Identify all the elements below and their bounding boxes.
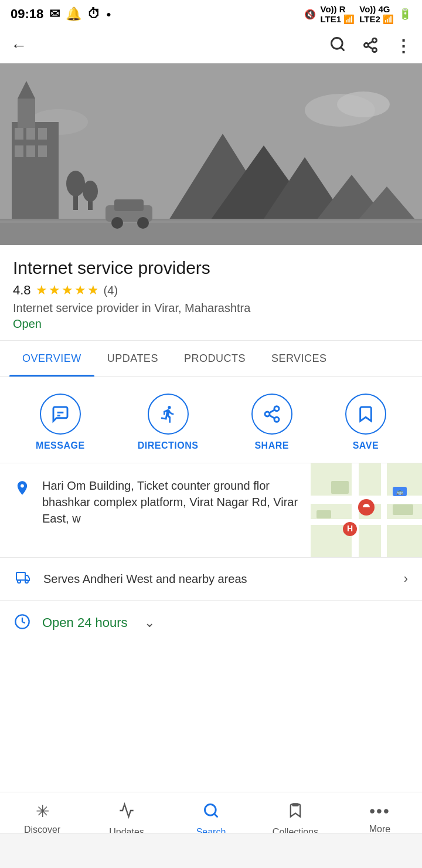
mute-icon: 🔇 [304, 9, 316, 20]
discover-icon: ✳ [36, 802, 49, 821]
save-button[interactable]: SAVE [345, 394, 386, 451]
svg-rect-14 [38, 128, 47, 140]
dot-icon: ● [106, 9, 111, 19]
save-label: SAVE [353, 440, 379, 451]
address-text: Hari Om Building, Ticket counter ground … [42, 477, 301, 527]
address-section: Hari Om Building, Ticket counter ground … [0, 463, 422, 558]
svg-rect-13 [26, 128, 35, 140]
clock-hours-icon [14, 613, 30, 632]
svg-rect-48 [393, 504, 413, 515]
service-chevron-icon: › [404, 571, 408, 586]
svg-point-37 [274, 406, 279, 411]
hours-chevron-icon: ⌄ [144, 615, 155, 630]
business-name: Internet service providers [13, 258, 409, 278]
truck-icon [14, 571, 32, 587]
back-button[interactable]: ← [11, 36, 27, 55]
tab-overview[interactable]: OVERVIEW [9, 341, 94, 377]
message-icon [51, 405, 70, 423]
message-button[interactable]: MESSAGE [36, 394, 85, 451]
tab-updates[interactable]: UPDATES [94, 341, 171, 377]
signal-icon: Vo)) RLTE1 📶 [321, 4, 355, 25]
svg-point-39 [274, 417, 279, 422]
svg-point-58 [18, 580, 21, 583]
directions-icon [159, 405, 178, 423]
svg-rect-32 [114, 199, 144, 211]
business-info: Internet service providers 4.8 ★ ★ ★ ★ ★… [0, 245, 422, 341]
mail-icon: ✉ [49, 6, 60, 22]
svg-rect-49 [316, 510, 331, 518]
svg-line-62 [214, 813, 217, 816]
svg-point-59 [25, 580, 28, 583]
search-button[interactable] [329, 36, 346, 56]
svg-point-34 [137, 217, 149, 229]
battery-icon: 🔋 [399, 8, 411, 21]
svg-rect-44 [311, 519, 422, 525]
svg-line-5 [368, 46, 373, 49]
svg-line-1 [341, 47, 343, 50]
message-label: MESSAGE [36, 440, 85, 451]
share-circle [251, 394, 292, 435]
svg-text:🚌: 🚌 [396, 488, 404, 496]
svg-rect-17 [38, 145, 47, 157]
svg-text:H: H [347, 524, 353, 533]
message-circle [40, 394, 81, 435]
stars-display: ★ ★ ★ ★ ★★ [36, 283, 99, 298]
time-display: 09:18 [11, 6, 43, 22]
more-icon: ••• [369, 802, 390, 820]
status-bar: 09:18 ✉ 🔔 ⏱ ● 🔇 Vo)) RLTE1 📶 Vo)) 4GLTE2… [0, 0, 422, 28]
service-area-row[interactable]: Serves Andheri West and nearby areas › [0, 558, 422, 601]
share-action-icon [263, 405, 281, 423]
svg-point-38 [265, 412, 270, 416]
system-nav-bar [0, 833, 422, 868]
tab-services[interactable]: SERVICES [258, 341, 340, 377]
hours-status: Open 24 hours [42, 615, 128, 630]
star-5: ★★ [87, 283, 99, 298]
hero-image [0, 63, 422, 245]
svg-rect-18 [18, 99, 35, 128]
save-icon [356, 405, 375, 423]
notification-icon: 🔔 [66, 6, 81, 22]
svg-line-41 [269, 410, 274, 413]
nav-search[interactable]: Search [169, 799, 253, 838]
nav-updates[interactable]: Updates [84, 799, 169, 838]
share-button[interactable] [362, 37, 379, 55]
clock-icon: ⏱ [87, 6, 100, 22]
nav-collections[interactable]: Collections [253, 799, 338, 838]
directions-button[interactable]: DIRECTIONS [138, 394, 199, 451]
svg-rect-47 [331, 481, 349, 494]
business-category: Internet service provider in Virar, Maha… [13, 301, 409, 315]
location-icon [14, 480, 30, 499]
svg-rect-30 [0, 221, 422, 223]
review-count: (4) [104, 284, 118, 297]
tab-products[interactable]: PRODUCTS [171, 341, 258, 377]
tabs-bar: OVERVIEW UPDATES PRODUCTS SERVICES [0, 341, 422, 377]
nav-discover[interactable]: ✳ Discover [0, 799, 84, 835]
svg-rect-16 [26, 145, 35, 157]
map-thumbnail[interactable]: 🚌 H [311, 463, 422, 557]
rating-row: 4.8 ★ ★ ★ ★ ★★ (4) [13, 283, 409, 298]
action-buttons: MESSAGE DIRECTIONS SHARE SAVE [0, 377, 422, 463]
svg-line-40 [269, 415, 274, 418]
updates-icon [118, 802, 135, 823]
svg-line-6 [368, 41, 373, 44]
more-options-button[interactable]: ⋮ [395, 36, 411, 56]
star-4: ★ [74, 283, 86, 298]
save-circle [345, 394, 386, 435]
search-nav-icon [202, 802, 220, 823]
star-1: ★ [36, 283, 47, 298]
signal2-icon: Vo)) 4GLTE2 📶 [359, 4, 394, 25]
svg-rect-46 [381, 463, 387, 557]
svg-rect-12 [15, 128, 23, 140]
collections-icon [287, 802, 304, 823]
share-icon [362, 37, 379, 53]
toolbar: ← ⋮ [0, 28, 422, 63]
share-action-button[interactable]: SHARE [251, 394, 292, 451]
nav-more[interactable]: ••• More [338, 799, 422, 835]
svg-point-23 [83, 181, 98, 202]
svg-rect-15 [15, 145, 23, 157]
svg-point-33 [111, 217, 123, 229]
open-status: Open [13, 317, 409, 331]
hours-row[interactable]: Open 24 hours ⌄ [0, 601, 422, 645]
address-content[interactable]: Hari Om Building, Ticket counter ground … [0, 463, 311, 557]
svg-point-21 [66, 171, 85, 196]
